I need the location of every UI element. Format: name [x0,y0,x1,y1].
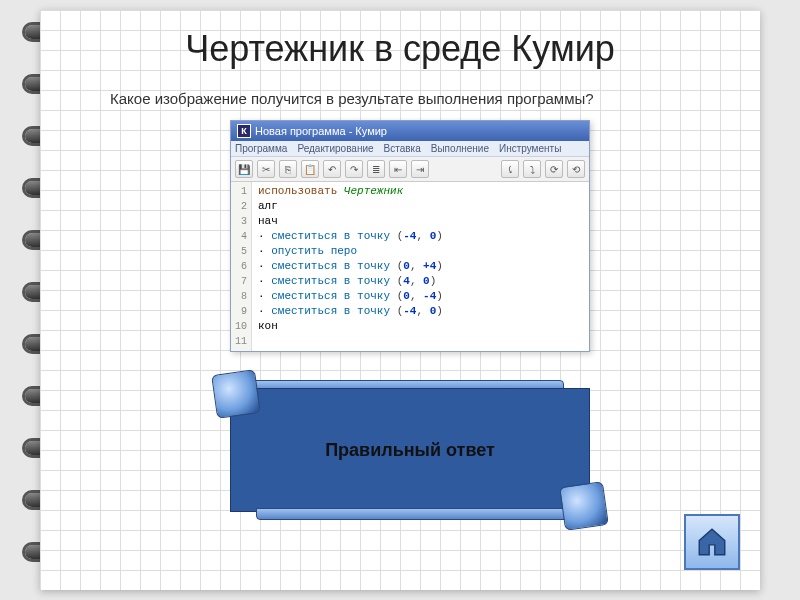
line-number: 11 [235,334,247,349]
indent-icon[interactable]: ⇥ [411,160,429,178]
redo-icon[interactable]: ↷ [345,160,363,178]
outdent-icon[interactable]: ⇤ [389,160,407,178]
line-number: 10 [235,319,247,334]
menu-edit[interactable]: Редактирование [297,143,373,154]
stop-icon[interactable]: ⟳ [545,160,563,178]
toolbar: 💾 ✂ ⎘ 📋 ↶ ↷ ≣ ⇤ ⇥ ⤹ ⤵ ⟳ ⟲ [231,157,589,182]
menu-bar: Программа Редактирование Вставка Выполне… [231,141,589,157]
line-number: 6 [235,259,247,274]
home-icon [695,525,729,559]
debug-icon[interactable]: ⟲ [567,160,585,178]
home-button[interactable] [684,514,740,570]
run-icon[interactable]: ⤹ [501,160,519,178]
answer-label: Правильный ответ [325,440,495,461]
kumir-editor-window: К Новая программа - Кумир Программа Реда… [230,120,590,352]
line-number: 7 [235,274,247,289]
answer-scroll[interactable]: Правильный ответ [210,370,610,530]
window-title: Новая программа - Кумир [255,125,387,137]
scroll-edge-bottom [256,508,590,520]
answer-button[interactable]: Правильный ответ [230,388,590,512]
menu-run[interactable]: Выполнение [431,143,489,154]
line-number-gutter: 1 2 3 4 5 6 7 8 9 10 11 [231,182,252,351]
step-icon[interactable]: ⤵ [523,160,541,178]
line-number: 2 [235,199,247,214]
line-number: 9 [235,304,247,319]
line-number: 3 [235,214,247,229]
menu-insert[interactable]: Вставка [384,143,421,154]
line-number: 1 [235,184,247,199]
scroll-roll-bottom-icon [559,481,609,531]
menu-tools[interactable]: Инструменты [499,143,561,154]
cut-icon[interactable]: ✂ [257,160,275,178]
scroll-roll-top-icon [211,369,261,419]
page-title: Чертежник в среде Кумир [40,28,760,70]
code-editor[interactable]: использовать Чертежник алг нач · сместит… [252,182,589,351]
paste-icon[interactable]: 📋 [301,160,319,178]
code-area: 1 2 3 4 5 6 7 8 9 10 11 использовать Чер… [231,182,589,351]
line-number: 5 [235,244,247,259]
notebook-page: Чертежник в среде Кумир Какое изображени… [40,10,760,590]
line-number: 4 [235,229,247,244]
app-logo-icon: К [237,124,251,138]
undo-icon[interactable]: ↶ [323,160,341,178]
save-icon[interactable]: 💾 [235,160,253,178]
window-titlebar: К Новая программа - Кумир [231,121,589,141]
menu-program[interactable]: Программа [235,143,287,154]
copy-icon[interactable]: ⎘ [279,160,297,178]
list-icon[interactable]: ≣ [367,160,385,178]
question-text: Какое изображение получится в результате… [110,90,594,107]
line-number: 8 [235,289,247,304]
